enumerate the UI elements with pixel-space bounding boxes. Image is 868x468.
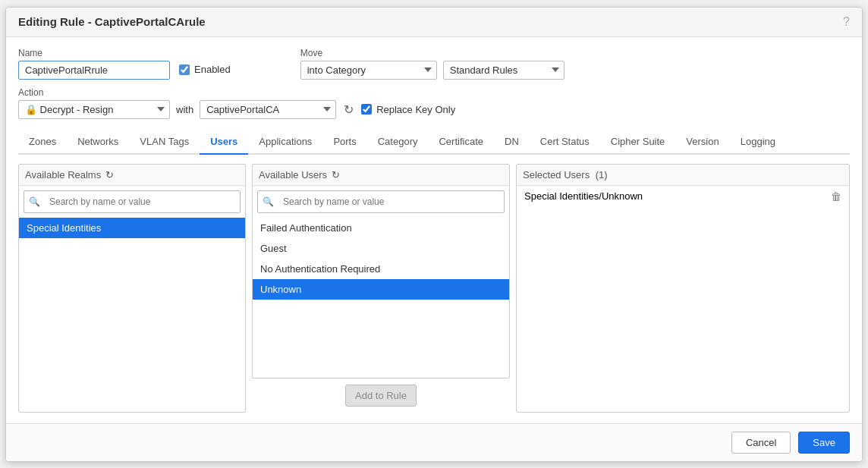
available-realms-label: Available Realms xyxy=(25,169,101,181)
name-move-row: Name Enabled Move into Category before a… xyxy=(18,48,850,80)
available-realms-panel: Available Realms ↻ 🔍 Special Identities xyxy=(18,164,246,413)
tab-vlan-tags[interactable]: VLAN Tags xyxy=(129,130,200,155)
realms-list-area: Special Identities xyxy=(19,218,245,412)
refresh-button[interactable]: ↻ xyxy=(342,101,355,118)
action-label: Action xyxy=(18,87,455,98)
tab-logging[interactable]: Logging xyxy=(730,130,786,155)
delete-selected-user-icon[interactable]: 🗑 xyxy=(831,190,841,203)
tab-applications[interactable]: Applications xyxy=(248,130,322,155)
with-label: with xyxy=(176,104,193,115)
dialog-footer: Cancel Save xyxy=(6,423,862,461)
dialog-title: Editing Rule - CaptivePortalCArule xyxy=(18,15,206,28)
tab-zones[interactable]: Zones xyxy=(18,130,67,155)
name-input[interactable] xyxy=(18,61,170,80)
realms-search-icon: 🔍 xyxy=(29,196,40,207)
with-select[interactable]: CaptivePortalCA Default CA xyxy=(200,100,336,119)
tab-certificate[interactable]: Certificate xyxy=(428,130,494,155)
tab-networks[interactable]: Networks xyxy=(67,130,129,155)
action-controls-row: 🔒 Decrypt - Resign Decrypt - Known Key B… xyxy=(18,100,455,119)
tab-cert-status[interactable]: Cert Status xyxy=(530,130,600,155)
list-item: Special Identities/Unknown 🗑 xyxy=(517,186,849,207)
selected-user-label: Special Identities/Unknown xyxy=(524,190,643,202)
dialog-header: Editing Rule - CaptivePortalCArule ? xyxy=(6,8,862,37)
available-users-section: Available Users ↻ 🔍 Failed Authenticatio… xyxy=(252,164,510,413)
selected-users-list-area: Special Identities/Unknown 🗑 xyxy=(517,186,849,412)
action-row: Action 🔒 Decrypt - Resign Decrypt - Know… xyxy=(18,87,850,119)
tab-dn[interactable]: DN xyxy=(494,130,530,155)
panels-container: Available Realms ↻ 🔍 Special Identities … xyxy=(18,164,850,413)
users-search-input[interactable] xyxy=(277,193,499,210)
name-section: Name xyxy=(18,48,170,80)
available-users-panel: Available Users ↻ 🔍 Failed Authenticatio… xyxy=(252,164,510,378)
tab-cipher-suite[interactable]: Cipher Suite xyxy=(600,130,676,155)
selected-users-panel: Selected Users (1) Special Identities/Un… xyxy=(516,164,850,413)
move-section: Move into Category before after Standard… xyxy=(300,48,565,80)
list-item[interactable]: Special Identities xyxy=(19,218,245,238)
selected-users-label: Selected Users (1) xyxy=(523,169,608,181)
action-section: Action 🔒 Decrypt - Resign Decrypt - Know… xyxy=(18,87,455,119)
add-to-rule-button[interactable]: Add to Rule xyxy=(345,385,417,407)
replace-key-row: Replace Key Only xyxy=(361,104,455,115)
list-item[interactable]: Unknown xyxy=(253,279,509,300)
available-realms-header: Available Realms ↻ xyxy=(19,165,245,186)
tabs-row: Zones Networks VLAN Tags Users Applicati… xyxy=(18,130,850,155)
list-item[interactable]: No Authentication Required xyxy=(253,259,509,279)
tab-category[interactable]: Category xyxy=(367,130,429,155)
tab-version[interactable]: Version xyxy=(675,130,729,155)
available-realms-refresh-icon[interactable]: ↻ xyxy=(105,169,114,181)
add-button-row: Add to Rule xyxy=(252,378,510,413)
list-item[interactable]: Failed Authentication xyxy=(253,218,509,238)
enabled-checkbox-row: Enabled xyxy=(179,64,231,75)
move-select[interactable]: into Category before after xyxy=(300,61,437,80)
tab-ports[interactable]: Ports xyxy=(322,130,366,155)
replace-key-checkbox[interactable] xyxy=(361,104,372,115)
available-users-search-box: 🔍 xyxy=(257,190,505,213)
users-list-area: Failed Authentication Guest No Authentic… xyxy=(253,218,509,378)
save-button[interactable]: Save xyxy=(798,432,850,454)
realms-search-input[interactable] xyxy=(43,193,235,210)
list-item[interactable]: Guest xyxy=(253,238,509,259)
action-select[interactable]: 🔒 Decrypt - Resign Decrypt - Known Key B… xyxy=(18,100,170,119)
available-realms-search-box: 🔍 xyxy=(24,190,241,213)
available-users-header: Available Users ↻ xyxy=(253,165,509,186)
users-search-icon: 🔍 xyxy=(263,196,274,207)
tab-users[interactable]: Users xyxy=(200,130,248,155)
available-users-refresh-icon[interactable]: ↻ xyxy=(332,169,340,181)
selected-users-header: Selected Users (1) xyxy=(517,165,849,186)
name-label: Name xyxy=(18,48,170,58)
enabled-label: Enabled xyxy=(194,64,231,75)
cancel-button[interactable]: Cancel xyxy=(731,432,791,454)
help-icon[interactable]: ? xyxy=(843,15,850,29)
replace-key-label: Replace Key Only xyxy=(376,104,455,115)
standard-rules-select[interactable]: Standard Rules Mandatory Rules Default R… xyxy=(443,61,565,80)
move-label: Move xyxy=(300,48,322,58)
available-users-label: Available Users xyxy=(259,169,327,181)
move-row: into Category before after Standard Rule… xyxy=(300,61,565,80)
editing-rule-dialog: Editing Rule - CaptivePortalCArule ? Nam… xyxy=(5,7,863,462)
enabled-checkbox[interactable] xyxy=(179,64,190,75)
dialog-body: Name Enabled Move into Category before a… xyxy=(6,37,862,423)
